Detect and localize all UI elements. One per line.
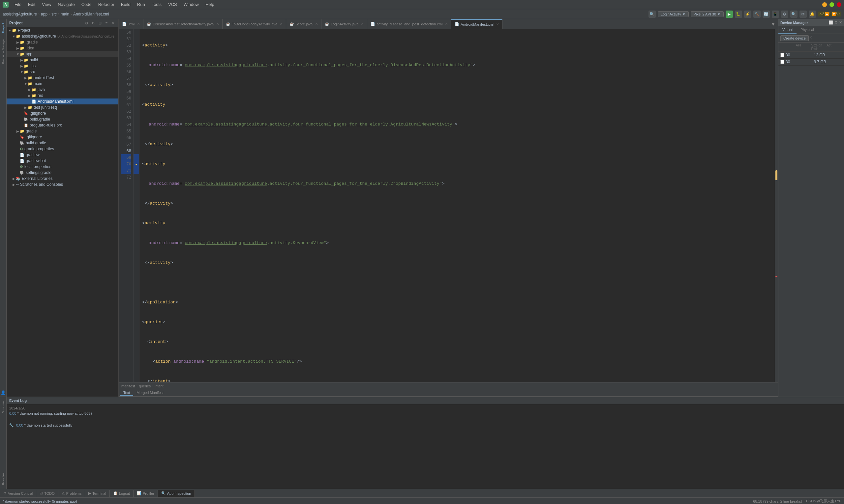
tree-item-res[interactable]: ▶ 📁 res [6,93,118,98]
settings-icon[interactable]: ⚙ [799,11,807,18]
search-everywhere-icon[interactable]: 🔍 [649,11,656,18]
device-checkbox-1[interactable] [780,53,784,57]
tree-item-gradlew-bat[interactable]: ▶ 📄 gradlew.bat [6,158,118,164]
tool-tab-todo[interactable]: ☑ TODO [36,490,58,497]
resource-manager-label[interactable]: Resource Manager [2,36,5,67]
profile-button[interactable]: ⚡ [744,11,751,18]
tree-item-gitignore-root[interactable]: ▶ 🔖 .gitignore [6,134,118,140]
tree-item-libs[interactable]: ▶ 📁 libs [6,63,118,69]
maximize-button[interactable] [829,2,834,7]
tree-item-scratches[interactable]: ▶ ✏ Scratches and Consoles [6,181,118,187]
menu-vcs[interactable]: VCS [165,1,180,8]
tree-item-androidmanifest[interactable]: ▶ 📄 AndroidManifest.xml [6,98,118,104]
favorites-label[interactable]: Favorites [2,470,5,488]
menu-view[interactable]: View [38,1,54,8]
tree-item-test[interactable]: ▶ 📁 test [unitTest] [6,104,118,110]
tree-item-build-gradle-root[interactable]: ▶ 🐘 build.gradle [6,140,118,146]
menu-tools[interactable]: Tools [148,1,165,8]
search-icon[interactable]: 🔍 [790,11,797,18]
tree-item-root[interactable]: ▼ 📁 assistingAgriculture D:\AndroidProje… [6,33,118,39]
tab-xml[interactable]: 📄 .xml ✕ [119,19,143,29]
close-panel-icon[interactable]: ✕ [110,20,116,26]
tree-item-app[interactable]: ▼ 📁 app [6,51,118,57]
tree-item-main[interactable]: ▼ 📁 main [6,81,118,87]
breadcrumb-project[interactable]: assistingAgriculture [3,12,37,16]
close-button[interactable] [837,2,841,7]
tree-item-gradlew[interactable]: ▶ 📄 gradlew [6,152,118,158]
tab-activity-disease[interactable]: 📄 activity_disease_and_pest_detection.xm… [367,19,451,29]
menu-refactor[interactable]: Refactor [95,1,118,8]
close-tab-login[interactable]: ✕ [361,22,364,26]
tree-item-external-libraries[interactable]: ▶ 📚 External Libraries [6,176,118,181]
build-button[interactable]: 🔨 [753,11,761,18]
breadcrumb-queries[interactable]: queries [139,384,151,388]
minimize-button[interactable] [822,2,827,7]
run-config-selector[interactable]: LoginActivity ▼ [658,11,689,17]
device-tab-virtual[interactable]: Virtual [778,26,796,34]
menu-run[interactable]: Run [134,1,148,8]
tree-item-project[interactable]: ▼ 📁 Project [6,28,118,33]
device-selector[interactable]: Pixel 2 API 30 ▼ [691,11,724,17]
tab-text[interactable]: Text [120,390,133,396]
tab-overflow-icon[interactable]: ▼ [771,21,775,27]
tab-disease[interactable]: ☕ DiseaseAndPestDetectionActivity.java ✕ [143,19,223,29]
tab-tobedone[interactable]: ☕ ToBeDoneTodayActivity.java ✕ [223,19,286,29]
device-tab-physical[interactable]: Physical [796,26,818,34]
run-button[interactable]: ▶ [726,11,733,18]
breadcrumb-main[interactable]: main [61,12,69,16]
menu-edit[interactable]: Edit [25,1,38,8]
debug-button[interactable]: 🐛 [735,11,742,18]
close-tab-xml[interactable]: ✕ [137,22,140,26]
create-device-button[interactable]: Create device [780,35,809,41]
tree-item-build[interactable]: ▶ 📁 build [6,57,118,63]
sync-files-icon[interactable]: ⟳ [91,20,96,26]
tree-item-settings-gradle[interactable]: ▶ 🐘 settings.gradle [6,170,118,176]
close-tab-manifest[interactable]: ✕ [496,22,499,26]
sdk-manager-icon[interactable]: ⚙ [781,11,788,18]
menu-window[interactable]: Window [180,1,202,8]
close-tab-score[interactable]: ✕ [315,22,318,26]
menu-navigate[interactable]: Navigate [54,1,78,8]
close-tab-disease[interactable]: ✕ [216,22,219,26]
tab-score[interactable]: ☕ Score.java ✕ [286,19,322,29]
breadcrumb-app[interactable]: app [41,12,48,16]
notifications-icon[interactable]: 🔔 [809,11,816,18]
tree-item-idea[interactable]: ▶ 📁 .idea [6,45,118,51]
tree-item-proguard[interactable]: ▶ 📋 proguard-rules.pro [6,122,118,128]
tree-item-build-gradle-app[interactable]: ▶ 🐘 build.gradle [6,116,118,122]
menu-help[interactable]: Help [202,1,218,8]
project-sidebar-label[interactable]: Project [2,20,5,36]
collapse-all-icon[interactable]: ⊟ [97,20,103,26]
structure-label[interactable]: Structure [2,399,5,416]
breadcrumb-intent[interactable]: intent [155,384,163,388]
tree-item-src[interactable]: ▼ 📁 src [6,69,118,75]
menu-file[interactable]: File [11,1,25,8]
tree-item-gitignore-app[interactable]: ▶ 🔖 .gitignore [6,110,118,116]
git-icon[interactable]: 👤 [1,390,6,395]
tool-tab-app-inspection[interactable]: 🔍 App Inspection [158,490,195,497]
gear-icon[interactable]: ⚙ [84,20,89,26]
tree-item-androidtest[interactable]: ▶ 📁 androidTest [6,75,118,81]
menu-code[interactable]: Code [78,1,95,8]
breadcrumb-manifest[interactable]: manifest [121,384,135,388]
sync-button[interactable]: 🔄 [762,11,770,18]
tool-tab-logcat[interactable]: 📋 Logcat [110,490,134,497]
more-options-icon[interactable]: ≡ [104,20,109,26]
tool-tab-terminal[interactable]: ▶ Terminal [85,490,110,497]
tab-manifest[interactable]: 📄 AndroidManifest.xml ✕ [451,19,502,29]
device-manager-close-icon[interactable]: ✕ [839,20,842,25]
close-tab-tobedone[interactable]: ✕ [280,22,282,26]
breadcrumb-file[interactable]: AndroidManifest.xml [73,12,109,16]
tool-tab-profiler[interactable]: 📊 Profiler [134,490,158,497]
tool-tab-problems[interactable]: ⚠ Problems [58,490,85,497]
editor-scrollbar[interactable] [775,29,778,382]
tree-item-gradle-hidden[interactable]: ▶ 📁 .gradle [6,39,118,45]
tab-login[interactable]: ☕ LoginActivity.java ✕ [322,19,367,29]
menu-build[interactable]: Build [118,1,134,8]
device-checkbox-2[interactable] [780,60,784,64]
code-content[interactable]: <activity> android:name="com.example.ass… [139,29,775,382]
tree-item-local-properties[interactable]: ▶ ⚙ local.properties [6,164,118,170]
close-tab-activity[interactable]: ✕ [445,22,448,26]
device-manager-window-icon[interactable]: ⬜ [828,20,833,25]
device-manager-settings-icon[interactable]: ⚙ [834,20,838,25]
